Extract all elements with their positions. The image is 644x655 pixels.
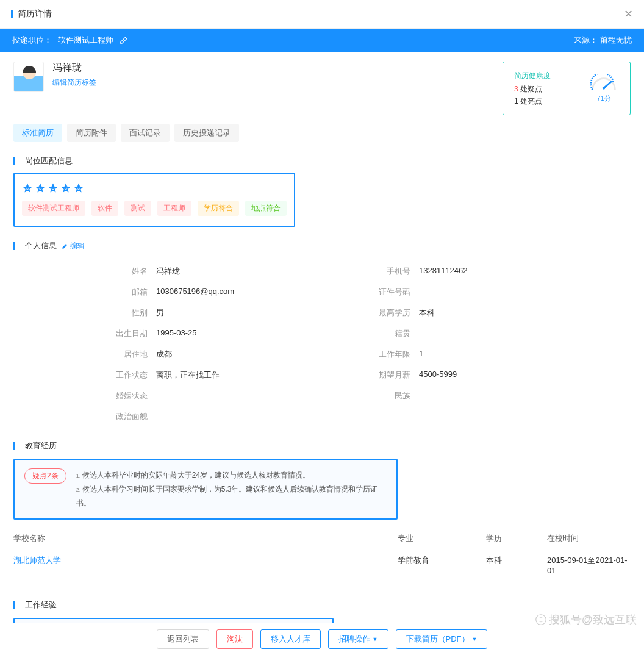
tab-0[interactable]: 标准简历 [13, 124, 62, 142]
position-value: 软件测试工程师 [58, 35, 113, 46]
col-degree: 学历 [486, 533, 547, 544]
info-label: 手机号 [368, 266, 410, 277]
sohu-icon [535, 614, 546, 625]
match-tag: 软件 [91, 201, 118, 216]
info-value: 离职，正在找工作 [148, 370, 220, 381]
tab-1[interactable]: 简历附件 [67, 124, 116, 142]
match-tag: 软件测试工程师 [22, 201, 85, 216]
info-value: 1030675196@qq.com [148, 287, 234, 298]
svg-point-7 [64, 187, 65, 188]
info-label: 性别 [105, 307, 148, 318]
info-value: 13281112462 [410, 266, 468, 277]
modal-title: 简历详情 [18, 9, 52, 20]
svg-point-2 [28, 187, 29, 188]
section-personal: 个人信息 [25, 240, 57, 251]
svg-point-5 [51, 187, 52, 188]
school-link[interactable]: 湖北师范大学 [13, 555, 398, 575]
info-label: 邮箱 [105, 287, 148, 298]
chevron-down-icon: ▼ [373, 636, 378, 642]
info-label: 政治面貌 [105, 411, 148, 422]
edit-icon[interactable] [120, 36, 128, 45]
edu-issue-badge: 疑点2条 [24, 468, 66, 484]
move-to-pool-button[interactable]: 移入人才库 [260, 629, 321, 649]
match-tag: 测试 [124, 201, 151, 216]
issue-item: 候选人本科毕业时的实际年龄大于24岁，建议与候选人核对教育情况。 [76, 468, 387, 482]
edit-tags-link[interactable]: 编辑简历标签 [52, 77, 96, 88]
info-label: 民族 [368, 390, 410, 401]
candidate-name: 冯祥珑 [52, 62, 96, 74]
star-icon [35, 182, 46, 193]
star-icon [60, 182, 71, 193]
col-time: 在校时间 [547, 533, 631, 544]
info-value [410, 287, 419, 298]
info-value: 4500-5999 [410, 370, 457, 381]
info-value: 本科 [410, 307, 435, 318]
info-label: 婚姻状态 [105, 390, 148, 401]
svg-point-6 [54, 187, 55, 188]
edit-personal-link[interactable]: 编辑 [62, 241, 85, 251]
match-box: 软件测试工程师软件测试工程师学历符合地点符合 [13, 173, 295, 227]
info-value: 1995-03-25 [148, 328, 197, 339]
source-label: 来源： [574, 35, 598, 45]
reject-button[interactable]: 淘汰 [216, 629, 253, 649]
svg-point-1 [26, 187, 27, 188]
svg-point-4 [41, 187, 42, 188]
tab-3[interactable]: 历史投递记录 [174, 124, 239, 142]
col-school: 学校名称 [13, 533, 398, 544]
education-issues: 疑点2条 候选人本科毕业时的实际年龄大于24岁，建议与候选人核对教育情况。候选人… [13, 459, 398, 520]
info-value: 男 [148, 307, 164, 318]
issue-item: 候选人本科学习时间长于国家要求学制，为5.3年。建议和候选人后续确认教育情况和学… [76, 482, 387, 510]
col-major: 专业 [398, 533, 486, 544]
svg-point-9 [77, 187, 78, 188]
info-label: 工作年限 [368, 349, 410, 360]
info-label: 居住地 [105, 349, 148, 360]
star-icon [22, 182, 33, 193]
health-gauge: 71分 [589, 74, 619, 103]
info-value: 成都 [148, 349, 172, 360]
svg-point-8 [66, 187, 68, 188]
info-value [410, 328, 419, 339]
section-education: 教育经历 [25, 440, 57, 451]
info-label: 最高学历 [368, 307, 410, 318]
info-label: 出生日期 [105, 328, 148, 339]
health-highlight: 1 处亮点 [514, 95, 551, 107]
info-label: 证件号码 [368, 287, 410, 298]
info-value [148, 411, 156, 422]
health-box: 简历健康度 3 处疑点 1 处亮点 71分 [503, 62, 631, 115]
tab-2[interactable]: 面试记录 [121, 124, 170, 142]
info-value [148, 390, 156, 401]
match-tag: 工程师 [157, 201, 191, 216]
info-label: 籍贯 [368, 328, 410, 339]
svg-point-10 [79, 187, 80, 188]
health-title: 简历健康度 [514, 70, 551, 82]
info-value: 1 [410, 349, 423, 360]
info-label: 期望月薪 [368, 370, 410, 381]
back-button[interactable]: 返回列表 [157, 629, 209, 649]
info-label: 姓名 [105, 266, 148, 277]
match-tag: 学历符合 [198, 201, 239, 216]
recruit-ops-button[interactable]: 招聘操作▼ [328, 629, 388, 649]
download-pdf-button[interactable]: 下载简历（PDF）▼ [396, 629, 488, 649]
star-icon [48, 182, 59, 193]
info-label: 工作状态 [105, 370, 148, 381]
star-icon [73, 182, 84, 193]
svg-point-3 [38, 187, 40, 188]
svg-point-11 [535, 615, 546, 625]
position-label: 投递职位： [12, 35, 52, 46]
table-row: 湖北师范大学学前教育本科2015-09-01至2021-01-01 [13, 549, 631, 581]
health-doubt: 3 处疑点 [514, 83, 551, 95]
close-icon[interactable]: ✕ [624, 7, 633, 21]
svg-point-0 [603, 87, 606, 90]
info-value: 冯祥珑 [148, 266, 180, 277]
health-score: 71分 [589, 94, 619, 103]
source-value: 前程无忧 [600, 35, 632, 45]
section-match: 岗位匹配信息 [25, 156, 73, 166]
chevron-down-icon: ▼ [472, 636, 478, 642]
position-bar: 投递职位： 软件测试工程师 来源： 前程无忧 [0, 29, 644, 52]
info-value [410, 390, 419, 401]
section-work: 工作经验 [25, 600, 57, 610]
avatar [13, 62, 44, 92]
watermark: 搜狐号@致远互联 [535, 612, 637, 627]
match-tag: 地点符合 [245, 201, 287, 216]
